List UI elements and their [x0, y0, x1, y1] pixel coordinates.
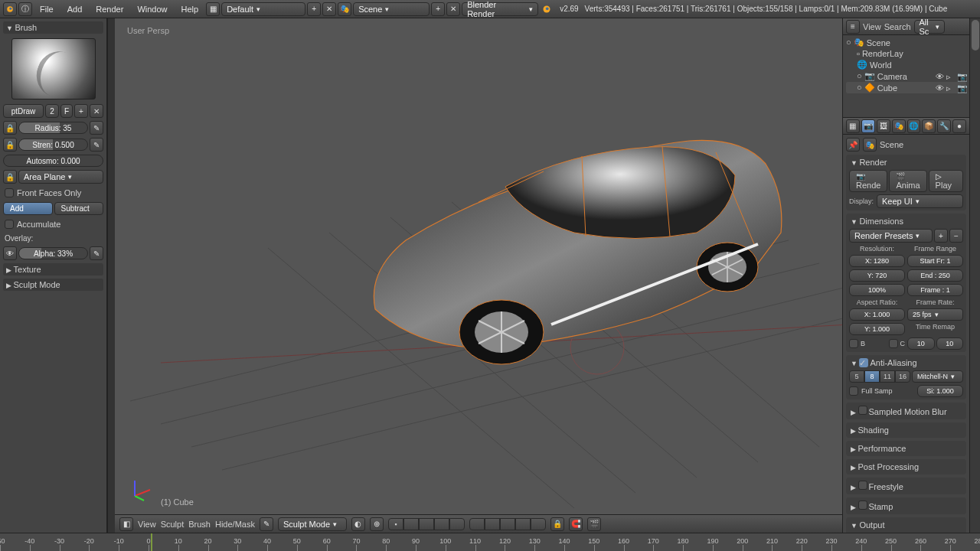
remap-old-field[interactable]: 10 — [907, 337, 935, 350]
radius-lock-icon[interactable]: 🔒 — [3, 121, 17, 135]
brush-preview[interactable] — [11, 38, 96, 99]
performance-header[interactable]: Performance — [849, 443, 963, 454]
render-tab-icon[interactable]: 📷 — [861, 119, 875, 133]
radius-pressure-icon[interactable]: ✎ — [90, 121, 103, 135]
aspect-x-field[interactable]: X: 1.000 — [849, 308, 905, 321]
autosmooth-slider[interactable]: Autosmo: 0.000 — [3, 155, 103, 167]
view-menu[interactable]: View — [138, 520, 156, 529]
tree-scene[interactable]: ○ 🎭 Scene — [846, 37, 966, 48]
border-checkbox[interactable] — [849, 339, 858, 348]
strength-slider[interactable]: Stren: 0.500 — [18, 139, 88, 151]
subtract-button[interactable]: Subtract — [54, 202, 104, 215]
postprocessing-header[interactable]: Post Processing — [849, 461, 963, 472]
aa-11[interactable]: 11 — [880, 370, 895, 383]
aa-size-field[interactable]: Si: 1.000 — [917, 385, 963, 397]
preset-add-icon[interactable]: + — [934, 229, 948, 243]
display-dropdown[interactable]: Keep UI — [877, 194, 963, 208]
sculpt-plane-dropdown[interactable]: Area Plane — [18, 170, 103, 184]
sculptmode-panel-header[interactable]: Sculpt Mode — [3, 279, 103, 291]
layer-buttons[interactable]: ▪ — [388, 518, 465, 530]
menu-render[interactable]: Render — [90, 3, 129, 15]
freestyle-header[interactable]: Freestyle — [849, 480, 963, 492]
end-frame-field[interactable]: End : 250 — [907, 269, 963, 282]
front-faces-checkbox[interactable]: Front Faces Only — [3, 187, 103, 199]
texture-panel-header[interactable]: Texture — [3, 263, 103, 276]
menu-window[interactable]: Window — [131, 3, 173, 15]
menu-add[interactable]: Add — [61, 3, 89, 15]
props-editor-icon[interactable]: ▦ — [846, 119, 860, 133]
accumulate-checkbox[interactable]: Accumulate — [3, 218, 103, 230]
fullsample-checkbox[interactable] — [849, 386, 858, 396]
aa-section-header[interactable]: ✓Anti-Aliasing — [849, 357, 963, 368]
scene-browse-icon[interactable]: 🎭 — [338, 2, 351, 16]
brush-unlink-icon[interactable]: ✕ — [90, 104, 103, 118]
renderlayers-tab-icon[interactable]: 🖼 — [877, 119, 890, 133]
scene-dropdown[interactable]: Scene — [353, 2, 430, 16]
shading-icon[interactable]: ◐ — [351, 517, 365, 531]
animation-button[interactable]: 🎬Anima — [889, 170, 926, 192]
render-section-header[interactable]: Render — [849, 157, 963, 168]
render-icon[interactable]: 📷 — [957, 72, 966, 81]
radius-slider[interactable]: Radius: 35 — [18, 122, 88, 134]
aa-8[interactable]: 8 — [864, 370, 880, 383]
overlay-pressure-icon[interactable]: ✎ — [90, 246, 103, 260]
scene-tab-icon[interactable]: 🎭 — [892, 119, 906, 133]
eye-icon[interactable]: 👁 — [936, 83, 945, 93]
layout-add-icon[interactable]: + — [307, 2, 321, 16]
brush-menu[interactable]: Brush — [188, 520, 211, 529]
layout-dropdown[interactable]: Default — [221, 2, 305, 16]
editor-type-icon[interactable]: ◧ — [119, 517, 133, 531]
crop-checkbox[interactable] — [889, 339, 898, 348]
outliner-filter-dropdown[interactable]: All Sc — [914, 20, 945, 34]
strength-lock-icon[interactable]: 🔒 — [3, 138, 17, 152]
layout-browse-icon[interactable]: ▦ — [206, 2, 220, 16]
outliner-view-menu[interactable]: View — [863, 22, 881, 31]
aspect-y-field[interactable]: Y: 1.000 — [849, 323, 905, 335]
start-frame-field[interactable]: Start Fr: 1 — [907, 255, 963, 267]
play-button[interactable]: ▷ Play — [929, 170, 963, 192]
sculpt-menu[interactable]: Sculpt — [161, 520, 185, 529]
res-pct-field[interactable]: 100% — [849, 284, 905, 296]
add-button[interactable]: Add — [3, 202, 53, 215]
blender-icon[interactable] — [3, 2, 17, 16]
menu-file[interactable]: File — [34, 3, 60, 15]
dimensions-section-header[interactable]: Dimensions — [849, 216, 963, 227]
remap-new-field[interactable]: 10 — [936, 337, 964, 350]
3d-viewport[interactable]: User Persp — [115, 18, 842, 533]
cursor-icon[interactable]: ▹ — [946, 72, 956, 81]
tree-world[interactable]: 🌐 World — [846, 59, 966, 70]
shading-header[interactable]: Shading — [849, 425, 963, 435]
mode-dropdown[interactable]: Sculpt Mode — [278, 517, 347, 531]
eye-icon[interactable]: 👁 — [936, 72, 945, 81]
pin-icon[interactable]: 📌 — [846, 138, 860, 152]
brush-users[interactable]: 2 — [45, 104, 59, 118]
frame-step-field[interactable]: Frame : 1 — [907, 284, 963, 296]
lock-camera-icon[interactable]: 🔒 — [550, 517, 564, 531]
info-dropdown-icon[interactable]: ⓘ — [18, 2, 32, 16]
scene-delete-icon[interactable]: ✕ — [446, 2, 460, 16]
aa-filter-dropdown[interactable]: Mitchell-N — [912, 370, 963, 383]
material-tab-icon[interactable]: ● — [952, 119, 966, 133]
render-preview-icon[interactable]: 🎬 — [587, 517, 601, 531]
mode-icon[interactable]: ✎ — [260, 517, 273, 531]
hidemask-menu[interactable]: Hide/Mask — [215, 520, 255, 529]
brush-panel-header[interactable]: Brush — [3, 21, 103, 34]
strength-pressure-icon[interactable]: ✎ — [90, 138, 103, 152]
stamp-header[interactable]: Stamp — [849, 500, 963, 512]
snap-icon[interactable]: 🧲 — [569, 517, 583, 531]
fps-dropdown[interactable]: 25 fps — [907, 308, 963, 321]
menu-help[interactable]: Help — [175, 3, 205, 15]
pivot-icon[interactable]: ⊕ — [370, 517, 384, 531]
engine-dropdown[interactable]: Blender Render — [462, 2, 538, 16]
aa-5[interactable]: 5 — [849, 370, 864, 383]
output-header[interactable]: Output — [849, 520, 963, 530]
brush-name-field[interactable]: ptDraw — [3, 104, 44, 118]
tree-cube[interactable]: ○ 🔶 Cube 👁▹📷 — [846, 82, 966, 93]
tree-camera[interactable]: ○ 📷 Camera 👁▹📷 — [846, 70, 966, 82]
layer-buttons-2[interactable] — [469, 518, 546, 530]
properties-scrollbar[interactable] — [969, 18, 980, 533]
outliner-search-menu[interactable]: Search — [884, 22, 911, 31]
render-presets-dropdown[interactable]: Render Presets — [849, 229, 933, 243]
scene-add-icon[interactable]: + — [431, 2, 445, 16]
res-y-field[interactable]: Y: 720 — [849, 269, 905, 282]
